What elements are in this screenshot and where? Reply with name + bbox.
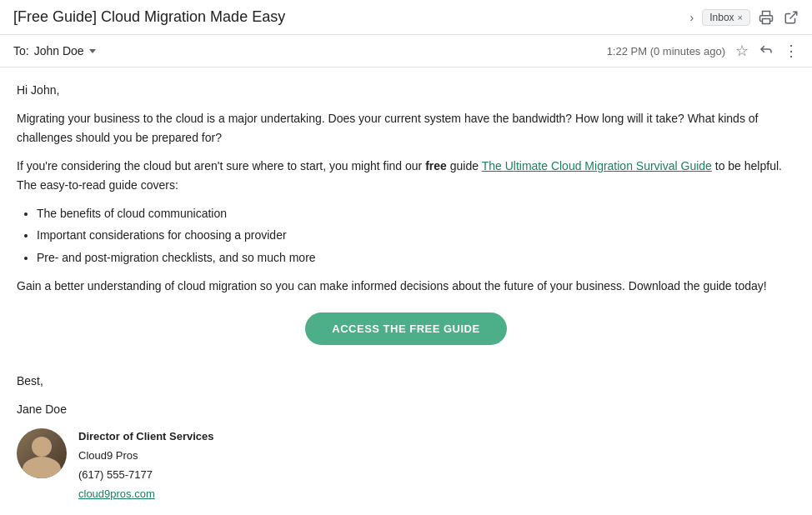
paragraph2: If you're considering the cloud but aren…	[17, 157, 795, 194]
email-body: Hi John, Migrating your business to the …	[0, 68, 812, 515]
signature: Best, Jane Doe Director of Client Servic…	[17, 365, 795, 503]
sig-company: Cloud9 Pros	[78, 448, 214, 465]
sender-info: To: John Doe	[13, 44, 96, 58]
sig-title: Director of Client Services	[78, 428, 214, 446]
forward-icon: ›	[690, 11, 694, 24]
recipient-name: John Doe	[34, 44, 84, 58]
greeting: Hi John,	[17, 81, 795, 99]
to-label: To:	[13, 44, 29, 58]
sender-right-actions: 1:22 PM (0 minutes ago) ☆ ⋮	[607, 42, 799, 60]
svg-rect-0	[763, 18, 770, 23]
more-options-icon[interactable]: ⋮	[784, 42, 799, 60]
popout-icon[interactable]	[784, 10, 799, 25]
signature-details: Director of Client Services Cloud9 Pros …	[17, 428, 795, 502]
print-icon[interactable]	[759, 10, 774, 25]
bullet-item-2: Important considerations for choosing a …	[37, 226, 795, 244]
bold-free: free	[425, 159, 447, 172]
sig-phone: (617) 555-7177	[78, 467, 214, 484]
sender-bar: To: John Doe 1:22 PM (0 minutes ago) ☆ ⋮	[0, 35, 812, 68]
sig-website[interactable]: cloud9pros.com	[78, 486, 214, 503]
paragraph2-prefix: If you're considering the cloud but aren…	[17, 159, 425, 172]
sign-off: Best,	[17, 372, 795, 390]
cta-button[interactable]: ACCESS THE FREE GUIDE	[305, 312, 506, 345]
bullet-list: The benefits of cloud communication Impo…	[37, 204, 795, 267]
label-close-button[interactable]: ×	[738, 12, 743, 22]
email-subject: [Free Guide] Cloud Migration Made Easy	[13, 8, 682, 26]
guide-link[interactable]: The Ultimate Cloud Migration Survival Gu…	[482, 159, 712, 172]
header-actions	[759, 10, 799, 25]
paragraph1: Migrating your business to the cloud is …	[17, 109, 795, 147]
sender-name: Jane Doe	[17, 400, 795, 418]
paragraph3: Gain a better understanding of cloud mig…	[17, 277, 795, 295]
email-header: [Free Guide] Cloud Migration Made Easy ›…	[0, 0, 812, 35]
reply-icon[interactable]	[759, 42, 774, 60]
bullet-item-1: The benefits of cloud communication	[37, 204, 795, 222]
sig-text-block: Director of Client Services Cloud9 Pros …	[78, 428, 214, 502]
bullet-item-3: Pre- and post-migration checklists, and …	[37, 248, 795, 267]
label-tag[interactable]: Inbox ×	[702, 9, 750, 26]
label-text: Inbox	[709, 12, 734, 23]
star-icon[interactable]: ☆	[735, 42, 749, 60]
cta-container: ACCESS THE FREE GUIDE	[17, 312, 795, 345]
timestamp: 1:22 PM (0 minutes ago)	[607, 45, 725, 58]
avatar	[17, 428, 67, 478]
svg-line-1	[790, 12, 797, 18]
recipient-dropdown-icon[interactable]	[89, 49, 96, 53]
